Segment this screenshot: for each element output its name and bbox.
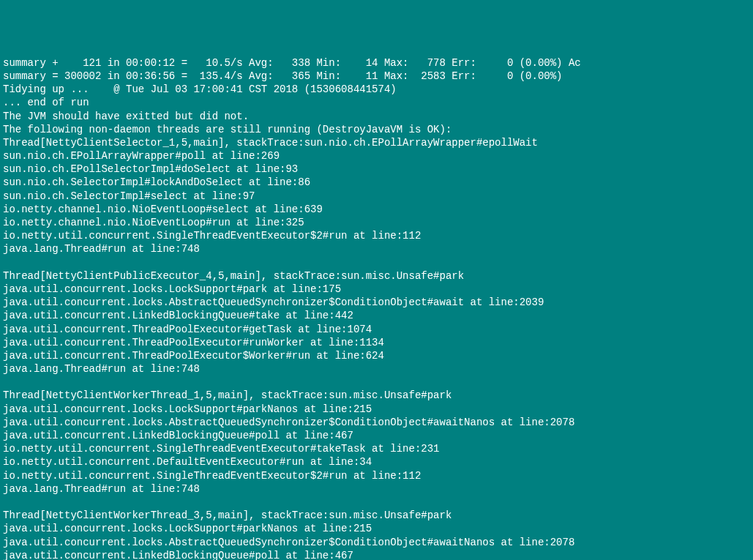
- terminal-line: [3, 256, 750, 269]
- terminal-line: java.lang.Thread#run at line:748: [3, 362, 750, 376]
- terminal-line: Thread[NettyClientWorkerThread_3,5,main]…: [3, 509, 750, 522]
- terminal-line: java.util.concurrent.locks.AbstractQueue…: [3, 296, 750, 309]
- terminal-line: java.util.concurrent.locks.LockSupport#p…: [3, 283, 750, 296]
- terminal-line: io.netty.util.concurrent.SingleThreadEve…: [3, 442, 750, 455]
- terminal-output: summary + 121 in 00:00:12 = 10.5/s Avg: …: [3, 56, 750, 560]
- terminal-line: io.netty.util.concurrent.SingleThreadEve…: [3, 469, 750, 482]
- terminal-line: java.util.concurrent.locks.AbstractQueue…: [3, 536, 750, 549]
- terminal-line: java.util.concurrent.locks.AbstractQueue…: [3, 416, 750, 429]
- terminal-line: The following non-daemon threads are sti…: [3, 123, 750, 136]
- terminal-line: java.util.concurrent.ThreadPoolExecutor#…: [3, 336, 750, 349]
- terminal-line: java.util.concurrent.locks.LockSupport#p…: [3, 522, 750, 535]
- terminal-line: java.util.concurrent.ThreadPoolExecutor$…: [3, 349, 750, 362]
- terminal-line: summary = 300002 in 00:36:56 = 135.4/s A…: [3, 70, 750, 83]
- terminal-line: java.util.concurrent.LinkedBlockingQueue…: [3, 309, 750, 322]
- terminal-line: io.netty.channel.nio.NioEventLoop#run at…: [3, 216, 750, 229]
- terminal-line: io.netty.util.concurrent.DefaultEventExe…: [3, 455, 750, 468]
- terminal-line: Tidying up ... @ Tue Jul 03 17:00:41 CST…: [3, 83, 750, 96]
- terminal-line: java.lang.Thread#run at line:748: [3, 242, 750, 255]
- terminal-line: The JVM should have exitted but did not.: [3, 110, 750, 123]
- terminal-line: ... end of run: [3, 96, 750, 109]
- terminal-line: java.util.concurrent.LinkedBlockingQueue…: [3, 429, 750, 442]
- terminal-line: java.util.concurrent.ThreadPoolExecutor#…: [3, 323, 750, 336]
- terminal-line: [3, 496, 750, 509]
- terminal-line: Thread[NettyClientPublicExecutor_4,5,mai…: [3, 269, 750, 283]
- terminal-line: sun.nio.ch.SelectorImpl#select at line:9…: [3, 190, 750, 203]
- terminal-line: java.util.concurrent.LinkedBlockingQueue…: [3, 549, 750, 560]
- terminal-line: sun.nio.ch.SelectorImpl#lockAndDoSelect …: [3, 176, 750, 189]
- terminal-line: java.util.concurrent.locks.LockSupport#p…: [3, 403, 750, 416]
- terminal-line: Thread[NettyClientWorkerThread_1,5,main]…: [3, 389, 750, 402]
- terminal-line: Thread[NettyClientSelector_1,5,main], st…: [3, 136, 750, 149]
- terminal-line: sun.nio.ch.EPollArrayWrapper#poll at lin…: [3, 149, 750, 163]
- terminal-line: summary + 121 in 00:00:12 = 10.5/s Avg: …: [3, 56, 750, 70]
- terminal-line: io.netty.util.concurrent.SingleThreadEve…: [3, 229, 750, 242]
- terminal-line: sun.nio.ch.EPollSelectorImpl#doSelect at…: [3, 163, 750, 176]
- terminal-line: [3, 376, 750, 389]
- terminal-line: java.lang.Thread#run at line:748: [3, 482, 750, 496]
- terminal-line: io.netty.channel.nio.NioEventLoop#select…: [3, 203, 750, 216]
